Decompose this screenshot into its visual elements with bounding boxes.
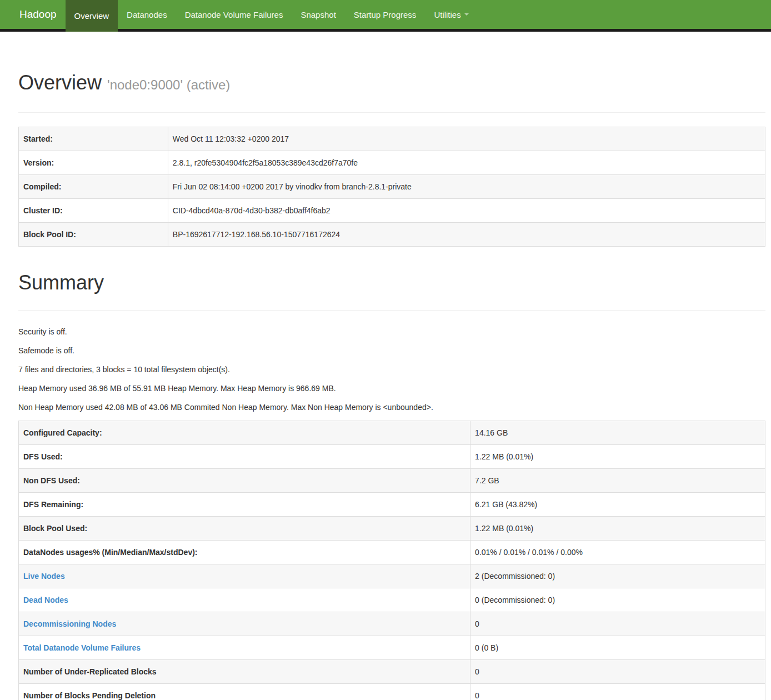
summary-value-non-dfs-used: 7.2 GB xyxy=(470,469,765,493)
nav-link-snapshot[interactable]: Snapshot xyxy=(292,0,344,29)
utilities-label: Utilities xyxy=(434,10,460,19)
summary-label-datanodes-usages: DataNodes usages% (Min/Median/Max/stdDev… xyxy=(19,541,470,564)
nav-item-utilities: Utilities xyxy=(425,0,477,29)
summary-value-dead-nodes: 0 (Decommissioned: 0) xyxy=(470,588,765,612)
info-label-block-pool-id: Block Pool ID: xyxy=(19,223,168,247)
page-title: Overview xyxy=(18,71,102,94)
brand-hadoop[interactable]: Hadoop xyxy=(0,0,66,29)
table-row: Dead Nodes 0 (Decommissioned: 0) xyxy=(19,588,765,612)
nav-link-datanode-volume-failures[interactable]: Datanode Volume Failures xyxy=(176,0,292,29)
summary-text-block: Security is off. Safemode is off. 7 file… xyxy=(18,326,765,413)
live-nodes-link[interactable]: Live Nodes xyxy=(23,572,65,581)
table-row: Configured Capacity: 14.16 GB xyxy=(19,421,765,445)
info-label-version: Version: xyxy=(19,151,168,175)
summary-paragraph-filesystem-objects: 7 files and directories, 3 blocks = 10 t… xyxy=(18,364,765,375)
table-row: Non DFS Used: 7.2 GB xyxy=(19,469,765,493)
summary-table: Configured Capacity: 14.16 GB DFS Used: … xyxy=(18,421,765,700)
nav-item-overview: Overview xyxy=(66,0,118,29)
summary-value-blocks-pending-deletion: 0 xyxy=(470,684,765,700)
summary-value-volume-failures: 0 (0 B) xyxy=(470,636,765,660)
nav-item-startup-progress: Startup Progress xyxy=(345,0,425,29)
summary-paragraph-security: Security is off. xyxy=(18,326,765,337)
summary-label-block-pool-used: Block Pool Used: xyxy=(19,517,470,541)
decommissioning-nodes-link[interactable]: Decommissioning Nodes xyxy=(23,619,116,628)
table-row: Version: 2.8.1, r20fe5304904fc2f5a18053c… xyxy=(19,151,765,175)
summary-value-configured-capacity: 14.16 GB xyxy=(470,421,765,445)
table-row: DFS Used: 1.22 MB (0.01%) xyxy=(19,445,765,469)
table-row: Number of Blocks Pending Deletion 0 xyxy=(19,684,765,700)
summary-label-dfs-remaining: DFS Remaining: xyxy=(19,493,470,517)
table-row: Decommissioning Nodes 0 xyxy=(19,612,765,636)
summary-label-non-dfs-used: Non DFS Used: xyxy=(19,469,470,493)
summary-value-under-replicated-blocks: 0 xyxy=(470,660,765,684)
nav-link-utilities-dropdown[interactable]: Utilities xyxy=(425,0,477,29)
summary-label-blocks-pending-deletion: Number of Blocks Pending Deletion xyxy=(19,684,470,700)
total-datanode-volume-failures-link[interactable]: Total Datanode Volume Failures xyxy=(23,643,141,652)
dead-nodes-link[interactable]: Dead Nodes xyxy=(23,596,68,604)
nav-link-startup-progress[interactable]: Startup Progress xyxy=(345,0,425,29)
nav-list: Overview Datanodes Datanode Volume Failu… xyxy=(66,0,478,29)
table-row: Cluster ID: CID-4dbcd40a-870d-4d30-b382-… xyxy=(19,199,765,223)
info-label-started: Started: xyxy=(19,127,168,151)
table-row: Total Datanode Volume Failures 0 (0 B) xyxy=(19,636,765,660)
table-row: Block Pool ID: BP-1692617712-192.168.56.… xyxy=(19,223,765,247)
info-value-version: 2.8.1, r20fe5304904fc2f5a18053c389e43cd2… xyxy=(168,151,765,175)
summary-label-dfs-used: DFS Used: xyxy=(19,445,470,469)
cluster-info-table: Started: Wed Oct 11 12:03:32 +0200 2017 … xyxy=(18,127,765,247)
info-label-compiled: Compiled: xyxy=(19,175,168,199)
nav-item-datanodes: Datanodes xyxy=(118,0,176,29)
table-row: Live Nodes 2 (Decommissioned: 0) xyxy=(19,564,765,588)
table-row: Started: Wed Oct 11 12:03:32 +0200 2017 xyxy=(19,127,765,151)
nav-link-overview[interactable]: Overview xyxy=(66,0,118,32)
summary-value-datanodes-usages: 0.01% / 0.01% / 0.01% / 0.00% xyxy=(470,541,765,564)
navbar: Hadoop Overview Datanodes Datanode Volum… xyxy=(0,0,771,29)
summary-value-dfs-remaining: 6.21 GB (43.82%) xyxy=(470,493,765,517)
table-row: Compiled: Fri Jun 02 08:14:00 +0200 2017… xyxy=(19,175,765,199)
summary-section-header: Summary xyxy=(18,272,765,311)
page-subtitle: 'node0:9000' (active) xyxy=(107,77,230,92)
nav-item-snapshot: Snapshot xyxy=(292,0,344,29)
summary-paragraph-heap-memory: Heap Memory used 36.96 MB of 55.91 MB He… xyxy=(18,383,765,394)
summary-paragraph-safemode: Safemode is off. xyxy=(18,345,765,356)
summary-label-under-replicated-blocks: Number of Under-Replicated Blocks xyxy=(19,660,470,684)
nav-link-datanodes[interactable]: Datanodes xyxy=(118,0,176,29)
summary-value-decommissioning-nodes: 0 xyxy=(470,612,765,636)
summary-label-configured-capacity: Configured Capacity: xyxy=(19,421,470,445)
caret-down-icon xyxy=(464,13,469,16)
info-label-cluster-id: Cluster ID: xyxy=(19,199,168,223)
summary-paragraph-non-heap-memory: Non Heap Memory used 42.08 MB of 43.06 M… xyxy=(18,402,765,413)
summary-value-block-pool-used: 1.22 MB (0.01%) xyxy=(470,517,765,541)
table-row: Number of Under-Replicated Blocks 0 xyxy=(19,660,765,684)
page-header: Overview 'node0:9000' (active) xyxy=(18,72,765,113)
table-row: DFS Remaining: 6.21 GB (43.82%) xyxy=(19,493,765,517)
table-row: Block Pool Used: 1.22 MB (0.01%) xyxy=(19,517,765,541)
summary-value-live-nodes: 2 (Decommissioned: 0) xyxy=(470,564,765,588)
summary-value-dfs-used: 1.22 MB (0.01%) xyxy=(470,445,765,469)
main-content: Overview 'node0:9000' (active) Started: … xyxy=(0,72,771,700)
info-value-block-pool-id: BP-1692617712-192.168.56.10-150771617262… xyxy=(168,223,765,247)
nav-item-datanode-volume-failures: Datanode Volume Failures xyxy=(176,0,292,29)
info-value-compiled: Fri Jun 02 08:14:00 +0200 2017 by vinodk… xyxy=(168,175,765,199)
info-value-cluster-id: CID-4dbcd40a-870d-4d30-b382-db0aff4f6ab2 xyxy=(168,199,765,223)
info-value-started: Wed Oct 11 12:03:32 +0200 2017 xyxy=(168,127,765,151)
table-row: DataNodes usages% (Min/Median/Max/stdDev… xyxy=(19,541,765,564)
summary-heading: Summary xyxy=(18,272,765,294)
